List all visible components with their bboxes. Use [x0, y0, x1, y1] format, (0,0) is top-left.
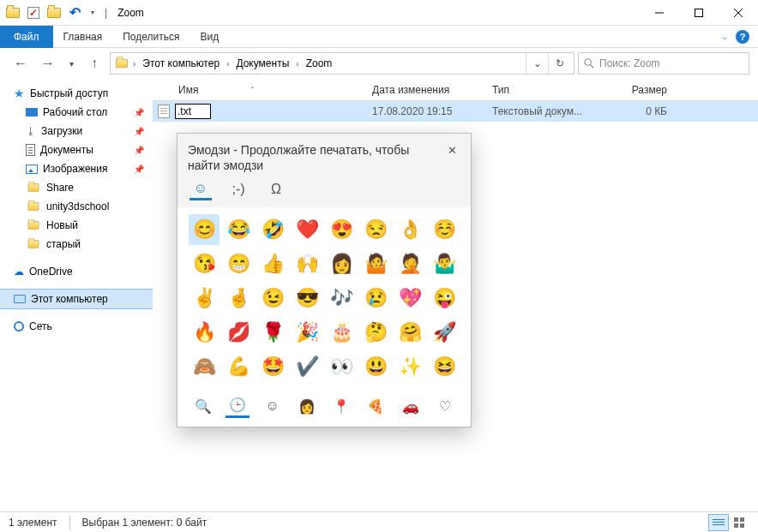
emoji-cell[interactable]: 🤷‍♂️: [429, 248, 460, 279]
tab-home[interactable]: Главная: [53, 26, 113, 48]
emoji-cell[interactable]: 😁: [223, 248, 254, 279]
emoji-cell[interactable]: 🤔: [360, 317, 391, 348]
address-bar[interactable]: › Этот компьютер › Документы › Zoom ⌄ ↻: [110, 52, 575, 75]
emoji-cell[interactable]: 🎉: [292, 317, 322, 348]
emoji-cell[interactable]: ✔️: [292, 351, 322, 382]
emoji-cell[interactable]: 🌹: [257, 317, 288, 348]
emoji-cell[interactable]: ☺️: [429, 214, 460, 245]
emoji-cell[interactable]: 🤩: [257, 351, 288, 382]
emoji-cell[interactable]: 😘: [189, 248, 220, 279]
emoji-cell[interactable]: 🚀: [429, 317, 460, 348]
sidebar-this-pc[interactable]: Этот компьютер: [0, 290, 153, 308]
address-dropdown-icon[interactable]: ⌄: [526, 53, 548, 74]
explorer-folder-icon[interactable]: [46, 5, 62, 21]
chevron-right-icon[interactable]: ›: [226, 59, 229, 69]
icons-view-button[interactable]: [729, 514, 749, 531]
sidebar-item-pictures[interactable]: Изображения 📌: [0, 159, 153, 178]
sidebar-network[interactable]: Сеть: [0, 317, 153, 336]
emoji-cell[interactable]: 😊: [189, 214, 220, 245]
qat-dropdown-icon[interactable]: ▾: [91, 9, 94, 16]
emoji-category-button[interactable]: 📍: [329, 394, 353, 418]
emoji-cell[interactable]: 😆: [429, 351, 460, 382]
chevron-right-icon[interactable]: ›: [133, 59, 135, 69]
details-view-button[interactable]: [708, 514, 729, 531]
emoji-cell[interactable]: 💖: [394, 283, 425, 314]
emoji-cell[interactable]: 😢: [360, 283, 391, 314]
refresh-icon[interactable]: ↻: [548, 53, 570, 74]
emoji-cell[interactable]: 😒: [360, 214, 391, 245]
history-dropdown-icon[interactable]: ▾: [63, 51, 79, 75]
emoji-tab-emoji[interactable]: ☺: [190, 178, 212, 200]
sidebar-onedrive[interactable]: ☁ OneDrive: [0, 262, 153, 281]
close-button[interactable]: [719, 0, 758, 26]
emoji-cell[interactable]: 💪: [223, 351, 254, 382]
minimize-button[interactable]: [640, 0, 679, 26]
sidebar-item-old[interactable]: старый: [0, 235, 153, 254]
emoji-cell[interactable]: 🎂: [326, 317, 357, 348]
sidebar-item-share[interactable]: Share: [0, 178, 153, 197]
ribbon-collapse-icon[interactable]: ⌵: [722, 32, 727, 41]
tab-share[interactable]: Поделиться: [112, 26, 190, 48]
sidebar-item-unity3dschool[interactable]: unity3dschool: [0, 197, 153, 216]
emoji-cell[interactable]: ✌️: [189, 283, 220, 314]
emoji-cell[interactable]: 😎: [292, 283, 322, 314]
file-row[interactable]: .txt 17.08.2020 19:15 Текстовый докум...…: [153, 101, 758, 122]
help-icon[interactable]: ?: [736, 30, 749, 44]
emoji-category-button[interactable]: ♡: [433, 394, 457, 418]
up-button[interactable]: ↑: [82, 51, 106, 75]
emoji-cell[interactable]: 😜: [429, 283, 460, 314]
emoji-cell[interactable]: 🙌: [292, 248, 322, 279]
emoji-cell[interactable]: 🤦: [394, 248, 425, 279]
emoji-cell[interactable]: 😂: [223, 214, 254, 245]
column-date[interactable]: Дата изменения: [372, 84, 492, 96]
breadcrumb-zoom[interactable]: Zoom: [303, 57, 336, 69]
emoji-cell[interactable]: ❤️: [292, 214, 322, 245]
sidebar-item-label: Сеть: [29, 320, 52, 332]
emoji-cell[interactable]: 🎶: [326, 283, 357, 314]
breadcrumb-documents[interactable]: Документы: [232, 57, 292, 69]
emoji-category-button[interactable]: 🕒: [226, 394, 250, 418]
breadcrumb-this-pc[interactable]: Этот компьютер: [139, 57, 223, 69]
maximize-button[interactable]: [679, 0, 719, 26]
undo-icon[interactable]: ↶: [67, 5, 82, 21]
emoji-category-button[interactable]: 👩: [295, 394, 319, 418]
rename-input[interactable]: .txt: [175, 104, 211, 119]
emoji-cell[interactable]: 💋: [223, 317, 254, 348]
back-button[interactable]: ←: [9, 51, 33, 75]
emoji-cell[interactable]: 🙈: [189, 351, 220, 382]
sidebar-quick-access[interactable]: ★ Быстрый доступ: [0, 84, 153, 103]
emoji-tab-kaomoji[interactable]: ;-): [227, 178, 250, 200]
sidebar-item-documents[interactable]: Документы 📌: [0, 140, 153, 159]
emoji-tab-symbols[interactable]: Ω: [265, 178, 287, 200]
emoji-cell[interactable]: 😃: [360, 351, 391, 382]
sidebar-item-downloads[interactable]: ⭳ Загрузки 📌: [0, 122, 153, 140]
emoji-category-button[interactable]: ☺: [261, 394, 285, 418]
column-type[interactable]: Тип: [492, 84, 612, 96]
emoji-cell[interactable]: 🤷: [360, 248, 391, 279]
emoji-cell[interactable]: 👍: [257, 248, 288, 279]
emoji-cell[interactable]: 🔥: [189, 317, 220, 348]
forward-button[interactable]: →: [36, 51, 60, 75]
emoji-category-button[interactable]: 🚗: [399, 394, 423, 418]
chevron-right-icon[interactable]: ›: [296, 59, 298, 69]
properties-check-icon[interactable]: ✓: [26, 5, 41, 21]
emoji-cell[interactable]: 😉: [257, 283, 288, 314]
emoji-cell[interactable]: 🤣: [257, 214, 288, 245]
column-size[interactable]: Размер: [612, 84, 681, 96]
search-input[interactable]: Поиск: Zoom: [578, 52, 749, 75]
emoji-cell[interactable]: 👀: [326, 351, 357, 382]
emoji-close-button[interactable]: ✕: [444, 142, 460, 158]
emoji-cell[interactable]: 👌: [394, 214, 425, 245]
emoji-category-button[interactable]: 🔍: [191, 394, 215, 418]
emoji-cell[interactable]: 🤗: [394, 317, 425, 348]
emoji-cell[interactable]: 👩: [326, 248, 357, 279]
emoji-cell[interactable]: ✨: [394, 351, 425, 382]
emoji-cell[interactable]: 🤞: [223, 283, 254, 314]
emoji-cell[interactable]: 😍: [326, 214, 357, 245]
sidebar-item-new[interactable]: Новый: [0, 216, 153, 235]
emoji-category-button[interactable]: 🍕: [364, 394, 388, 418]
tab-view[interactable]: Вид: [190, 26, 229, 48]
column-name[interactable]: Имя ⌃: [158, 84, 372, 96]
sidebar-item-desktop[interactable]: Рабочий стол 📌: [0, 103, 153, 122]
tab-file[interactable]: Файл: [0, 26, 53, 48]
